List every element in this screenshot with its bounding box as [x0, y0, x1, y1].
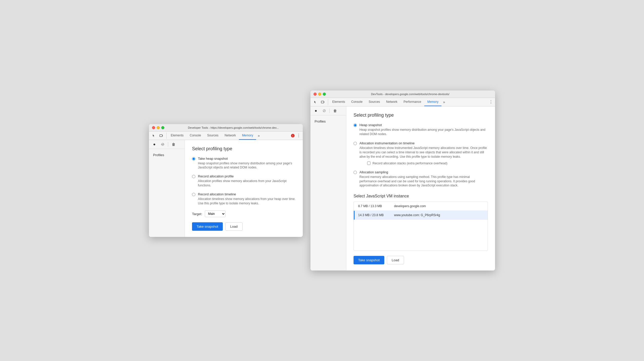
vm-section: Select JavaScript VM instance 8.7 MB / 1…	[354, 194, 488, 251]
right-radio-heap-snapshot[interactable]	[354, 124, 357, 127]
right-radio-allocation-timeline[interactable]	[354, 142, 357, 145]
right-maximize-button[interactable]	[323, 93, 326, 96]
vm-empty-space	[354, 220, 488, 250]
left-radio-heap-snapshot[interactable]	[192, 157, 195, 161]
tab-more-icon[interactable]: »	[256, 133, 261, 139]
target-label: Target:	[192, 212, 202, 216]
left-window-title: Developer Tools - https://developers.goo…	[167, 126, 300, 129]
right-close-button[interactable]	[314, 93, 317, 96]
device-icon[interactable]	[158, 133, 164, 139]
left-main-content: Select profiling type Take heap snapshot…	[185, 140, 303, 237]
left-option-2-desc: Allocation profiles show memory allocati…	[198, 179, 296, 188]
left-option-2-title: Record allocation profile	[198, 174, 296, 178]
error-badge-group: 1	[291, 134, 295, 137]
right-load-button[interactable]: Load	[387, 256, 404, 264]
right-option-2: Allocation instrumentation on timeline A…	[354, 141, 488, 165]
right-option-1-content: Heap snapshot Heap snapshot profiles sho…	[359, 123, 488, 136]
target-row: Target: Main	[192, 210, 296, 217]
right-title-bar: DevTools - developers.google.com/web/too…	[310, 91, 495, 98]
right-traffic-lights	[314, 93, 326, 96]
right-devtools-body: ● ⊘ 🗑 Profiles Select profiling type Hea…	[310, 106, 495, 270]
left-radio-allocation-profile[interactable]	[192, 175, 195, 178]
target-select[interactable]: Main	[205, 210, 226, 217]
right-tab-network[interactable]: Network	[383, 98, 400, 106]
right-main-content: Select profiling type Heap snapshot Heap…	[346, 106, 495, 270]
right-option-1-title: Heap snapshot	[359, 123, 488, 127]
vm-row-1-name: developers.google.com	[394, 204, 484, 208]
left-radio-allocation-timeline[interactable]	[192, 193, 195, 196]
right-record-button[interactable]: ●	[313, 107, 319, 114]
right-tab-elements[interactable]: Elements	[329, 98, 348, 106]
right-tab-more-icon[interactable]: »	[441, 99, 447, 105]
traffic-lights	[152, 126, 164, 129]
right-sidebar-toolbar: ● ⊘ 🗑	[310, 106, 346, 115]
devtools-icon-group	[151, 133, 167, 139]
left-sidebar-toolbar: ● ⊘ 🗑	[149, 140, 185, 149]
right-tab-memory[interactable]: Memory	[424, 98, 441, 106]
right-toolbar-separator	[329, 108, 330, 113]
vm-row-1[interactable]: 8.7 MB / 13.3 MB developers.google.com	[354, 202, 488, 211]
left-title-bar: Developer Tools - https://developers.goo…	[149, 124, 303, 132]
svg-rect-3	[324, 102, 324, 103]
right-profiles-label: Profiles	[310, 115, 346, 125]
right-tab-sources[interactable]: Sources	[366, 98, 383, 106]
vm-instances-table: 8.7 MB / 13.3 MB developers.google.com 1…	[354, 202, 488, 251]
right-window-title: DevTools - developers.google.com/web/too…	[328, 93, 492, 96]
left-option-1-content: Take heap snapshot Heap snapshot profile…	[198, 157, 296, 170]
left-option-1: Take heap snapshot Heap snapshot profile…	[192, 157, 296, 170]
right-checkbox-option: Record allocation stacks (extra performa…	[367, 162, 488, 165]
right-cursor-icon[interactable]	[313, 99, 319, 105]
svg-rect-2	[321, 101, 324, 103]
record-button[interactable]: ●	[151, 141, 158, 148]
right-take-snapshot-button[interactable]: Take snapshot	[354, 256, 384, 264]
right-option-3-title: Allocation sampling	[359, 170, 488, 174]
svg-rect-1	[162, 135, 163, 136]
load-button[interactable]: Load	[225, 222, 243, 231]
left-option-1-title: Take heap snapshot	[198, 157, 296, 161]
cursor-icon[interactable]	[151, 133, 157, 139]
profiles-label: Profiles	[149, 149, 185, 159]
right-devtools-icon-group	[313, 99, 328, 105]
close-button[interactable]	[152, 126, 155, 129]
right-sidebar: ● ⊘ 🗑 Profiles	[310, 106, 346, 270]
left-option-3-content: Record allocation timeline Allocation ti…	[198, 192, 296, 206]
maximize-button[interactable]	[161, 126, 164, 129]
left-option-3: Record allocation timeline Allocation ti…	[192, 192, 296, 206]
right-option-2-title: Allocation instrumentation on timeline	[359, 141, 488, 145]
right-tab-console[interactable]: Console	[348, 98, 366, 106]
left-section-title: Select profiling type	[192, 146, 296, 152]
right-devtools-window: DevTools - developers.google.com/web/too…	[310, 91, 495, 270]
vm-row-2[interactable]: 14.3 MB / 23.8 MB www.youtube.com: G_P6r…	[354, 211, 488, 220]
vm-row-2-size: 14.3 MB / 23.8 MB	[358, 213, 394, 217]
right-tab-performance[interactable]: Performance	[400, 98, 424, 106]
left-devtools-body: ● ⊘ 🗑 Profiles Select profiling type Tak…	[149, 140, 303, 237]
tab-network[interactable]: Network	[222, 132, 239, 140]
tab-memory[interactable]: Memory	[239, 132, 256, 140]
tab-console[interactable]: Console	[187, 132, 204, 140]
right-option-3: Allocation sampling Record memory alloca…	[354, 170, 488, 188]
tab-elements[interactable]: Elements	[168, 132, 187, 140]
left-option-2: Record allocation profile Allocation pro…	[192, 174, 296, 188]
stop-button[interactable]: ⊘	[159, 141, 166, 148]
menu-dots-icon[interactable]: ⋮	[297, 133, 301, 138]
right-device-icon[interactable]	[320, 99, 326, 105]
left-option-1-desc: Heap snapshot profiles show memory distr…	[198, 161, 296, 170]
right-option-2-content: Allocation instrumentation on timeline A…	[359, 141, 488, 165]
minimize-button[interactable]	[157, 126, 160, 129]
right-radio-allocation-sampling[interactable]	[354, 171, 357, 174]
right-option-1-desc: Heap snapshot profiles show memory distr…	[359, 128, 488, 136]
take-snapshot-button[interactable]: Take snapshot	[192, 222, 223, 231]
right-menu-dots-icon[interactable]: ⋮	[489, 99, 493, 104]
clear-button[interactable]: 🗑	[170, 141, 177, 148]
right-option-3-content: Allocation sampling Record memory alloca…	[359, 170, 488, 188]
left-option-3-desc: Allocation timelines show memory allocat…	[198, 197, 296, 206]
tab-sources[interactable]: Sources	[204, 132, 222, 140]
left-tab-bar: Elements Console Sources Network Memory …	[149, 132, 303, 140]
left-action-buttons: Take snapshot Load	[192, 222, 296, 231]
allocation-stacks-checkbox[interactable]	[367, 162, 370, 165]
right-clear-button[interactable]: 🗑	[332, 107, 338, 114]
left-sidebar: ● ⊘ 🗑 Profiles	[149, 140, 185, 237]
right-minimize-button[interactable]	[318, 93, 321, 96]
left-option-3-title: Record allocation timeline	[198, 192, 296, 196]
right-stop-button[interactable]: ⊘	[321, 107, 327, 114]
